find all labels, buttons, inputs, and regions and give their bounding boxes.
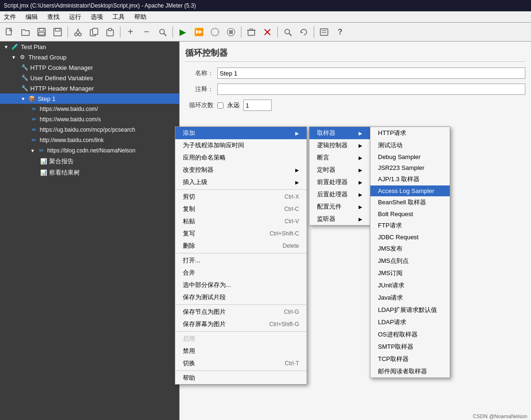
ctx-cut-shortcut: Ctrl-X — [284, 193, 299, 200]
samp-http-request[interactable]: HTTP请求 — [370, 127, 450, 139]
ctx-save-partial[interactable]: 选中部分保存为... — [175, 279, 307, 291]
ctx-save-screen-image[interactable]: 保存屏幕为图片 Ctrl+Shift-G — [175, 318, 307, 330]
ctx-cut[interactable]: 剪切 Ctrl-X — [175, 191, 307, 203]
sub-timer-arrow: ▶ — [359, 168, 362, 173]
ctx-sep-5 — [175, 370, 307, 371]
ctx-paste-shortcut: Ctrl-V — [284, 218, 299, 225]
ctx-help[interactable]: 帮助 — [175, 372, 307, 384]
samp-ldap-extended[interactable]: LDAP扩展请求默认值 — [370, 304, 450, 316]
ctx-paste[interactable]: 粘贴 Ctrl-V — [175, 215, 307, 227]
sub-config-arrow: ▶ — [359, 204, 362, 210]
ctx-change-controller[interactable]: 改变控制器 ▶ — [175, 164, 307, 176]
submenu-sampler: HTTP请求 测试活动 Debug Sampler JSR223 Sampler… — [370, 126, 450, 378]
submenu-add: 取样器 ▶ 逻辑控制器 ▶ 断言 ▶ 定时器 ▶ 前置处理器 ▶ 后置处理器 ▶… — [309, 126, 370, 226]
samp-jms-publish[interactable]: JMS发布 — [370, 243, 450, 255]
ctx-change-arrow: ▶ — [295, 168, 299, 173]
samp-jsr223-sampler[interactable]: JSR223 Sampler — [370, 162, 450, 173]
ctx-duplicate[interactable]: 复写 Ctrl+Shift-C — [175, 227, 307, 240]
ctx-add-arrow: ▶ — [295, 131, 299, 136]
samp-ldap-request[interactable]: LDAP请求 — [370, 316, 450, 328]
samp-access-log-sampler[interactable]: Access Log Sampler — [370, 185, 450, 196]
sub-assertion-arrow: ▶ — [359, 155, 362, 160]
samp-jms-point[interactable]: JMS点到点 — [370, 255, 450, 267]
ctx-copy-shortcut: Ctrl-C — [284, 206, 299, 212]
sub-listener[interactable]: 监听器 ▶ — [309, 213, 370, 225]
ctx-dup-shortcut: Ctrl+Shift-C — [270, 230, 299, 237]
ctx-sep-2 — [175, 253, 307, 253]
ctx-insert-arrow: ▶ — [295, 180, 299, 185]
samp-java-request[interactable]: Java请求 — [370, 292, 450, 304]
context-menu-overlay: 添加 ▶ 为子线程添加响应时间 应用的命名策略 改变控制器 ▶ 插入上级 ▶ 剪… — [0, 0, 531, 420]
sub-listener-arrow: ▶ — [359, 217, 362, 222]
sub-sampler[interactable]: 取样器 ▶ — [309, 127, 370, 139]
ctx-save-fragment[interactable]: 保存为测试片段 — [175, 291, 307, 303]
sub-post-processor[interactable]: 后置处理器 ▶ — [309, 188, 370, 201]
ctx-node-img-shortcut: Ctrl-G — [284, 309, 299, 315]
samp-smtp-sampler[interactable]: SMTP取样器 — [370, 341, 450, 353]
ctx-sep-4 — [175, 331, 307, 332]
ctx-toggle-shortcut: Ctrl-T — [285, 360, 299, 367]
ctx-merge[interactable]: 合并 — [175, 267, 307, 279]
ctx-enable[interactable]: 启用 — [175, 333, 307, 345]
sub-logic-arrow: ▶ — [359, 143, 362, 148]
ctx-add[interactable]: 添加 ▶ — [175, 127, 307, 139]
samp-ftp-request[interactable]: FTP请求 — [370, 219, 450, 232]
samp-tcp-sampler[interactable]: TCP取样器 — [370, 353, 450, 365]
sub-post-arrow: ▶ — [359, 192, 362, 197]
ctx-sep-1 — [175, 189, 307, 190]
samp-junit-request[interactable]: JUnit请求 — [370, 279, 450, 292]
ctx-sep-3 — [175, 304, 307, 305]
ctx-screen-img-shortcut: Ctrl+Shift-G — [269, 321, 299, 328]
samp-bolt-request[interactable]: Bolt Request — [370, 209, 450, 219]
sub-pre-arrow: ▶ — [359, 180, 362, 185]
samp-debug-sampler[interactable]: Debug Sampler — [370, 151, 450, 162]
ctx-apply-naming[interactable]: 应用的命名策略 — [175, 151, 307, 164]
ctx-copy[interactable]: 复制 Ctrl-C — [175, 203, 307, 215]
ctx-del-shortcut: Delete — [283, 243, 299, 249]
samp-ajp-sampler[interactable]: AJP/1.3 取样器 — [370, 173, 450, 185]
sub-assertion[interactable]: 断言 ▶ — [309, 151, 370, 164]
ctx-add-response-time[interactable]: 为子线程添加响应时间 — [175, 139, 307, 151]
sub-timer[interactable]: 定时器 ▶ — [309, 164, 370, 176]
samp-os-process[interactable]: OS进程取样器 — [370, 328, 450, 341]
samp-test-action[interactable]: 测试活动 — [370, 139, 450, 151]
samp-jms-subscribe[interactable]: JMS订阅 — [370, 267, 450, 279]
ctx-delete[interactable]: 删除 Delete — [175, 240, 307, 252]
ctx-disable[interactable]: 禁用 — [175, 345, 307, 357]
samp-mail-reader[interactable]: 邮件阅读者取样器 — [370, 365, 450, 378]
ctx-toggle[interactable]: 切换 Ctrl-T — [175, 357, 307, 370]
ctx-save-node-image[interactable]: 保存节点为图片 Ctrl-G — [175, 306, 307, 318]
ctx-insert-parent[interactable]: 插入上级 ▶ — [175, 176, 307, 188]
sub-logic-controller[interactable]: 逻辑控制器 ▶ — [309, 139, 370, 151]
sub-config-element[interactable]: 配置元件 ▶ — [309, 201, 370, 213]
sub-sampler-arrow: ▶ — [359, 131, 362, 136]
samp-jdbc-request[interactable]: JDBC Request — [370, 232, 450, 243]
context-menu: 添加 ▶ 为子线程添加响应时间 应用的命名策略 改变控制器 ▶ 插入上级 ▶ 剪… — [175, 126, 307, 385]
sub-pre-processor[interactable]: 前置处理器 ▶ — [309, 176, 370, 188]
ctx-open[interactable]: 打开... — [175, 254, 307, 267]
samp-beanshell-sampler[interactable]: BeanShell 取样器 — [370, 196, 450, 209]
